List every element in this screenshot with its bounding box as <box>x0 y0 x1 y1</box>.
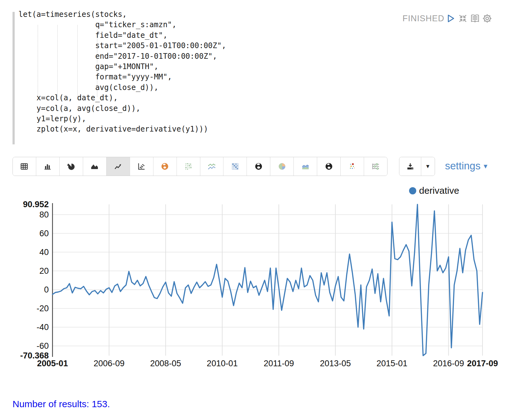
bubble-chart-icon <box>348 162 357 171</box>
download-button[interactable] <box>399 157 421 176</box>
y-tick-label: 0 <box>44 285 49 294</box>
scatter-chart-icon <box>137 162 146 171</box>
settings-label: settings <box>445 160 481 172</box>
gear-icon <box>482 13 492 24</box>
caret-down-icon: ▼ <box>482 163 489 170</box>
y-tick-label: 20 <box>39 266 49 276</box>
x-tick-label: 2006-09 <box>94 359 125 368</box>
derivative-line <box>52 204 482 356</box>
paragraph-controls: FINISHED <box>0 0 510 28</box>
collapse-icon <box>458 13 468 24</box>
chart-type-pie-chart-button[interactable] <box>60 157 83 176</box>
chart-type-pie-chart-color-button[interactable] <box>270 157 294 176</box>
chart-type-globe-black-button[interactable] <box>247 157 270 176</box>
area-chart-icon <box>90 162 99 171</box>
chart-type-network-button[interactable] <box>177 157 200 176</box>
y-tick-label: 80 <box>39 210 49 219</box>
code-editor[interactable]: let(a=timeseries(stocks, q="ticker_s:amz… <box>0 0 510 149</box>
y-tick-label: 90.952 <box>23 200 49 209</box>
heatmap-icon <box>231 162 239 171</box>
visualization-toolbar: ▼ settings▼ <box>0 157 510 176</box>
multi-line-chart-icon <box>208 162 216 171</box>
x-tick-label: 2015-01 <box>377 359 408 368</box>
y-tick-label: -60 <box>37 341 49 351</box>
line-chart-icon <box>114 162 122 171</box>
settings-link[interactable]: settings▼ <box>445 157 489 176</box>
chart-type-area-chart-color-button[interactable] <box>294 157 317 176</box>
chart-type-globe-black-2-button[interactable] <box>317 157 341 176</box>
x-tick-label: 2016-09 <box>433 359 464 368</box>
x-tick-label: 2017-09 <box>467 359 498 368</box>
collapse-button[interactable] <box>458 13 468 24</box>
chart-type-line-chart-button[interactable] <box>107 157 130 176</box>
pie-chart-icon <box>67 162 75 171</box>
bar-chart-icon <box>43 162 52 171</box>
chart: derivative 90.952806040200-20-40-60-70.3… <box>0 183 510 386</box>
caret-down-icon: ▼ <box>425 163 431 170</box>
chart-type-multi-line-chart-button[interactable] <box>200 157 224 176</box>
area-chart-color-icon <box>301 162 310 171</box>
chart-type-toolbar <box>12 157 388 176</box>
chart-type-bubble-chart-button[interactable] <box>341 157 364 176</box>
table-icon <box>20 162 28 171</box>
download-split-button: ▼ <box>399 157 435 176</box>
network-icon <box>184 162 192 171</box>
paragraph-status: FINISHED <box>402 14 444 23</box>
paragraph-gutter <box>12 12 15 144</box>
x-tick-label: 2011-09 <box>264 359 294 368</box>
download-caret-button[interactable]: ▼ <box>421 157 434 176</box>
play-icon <box>445 13 456 24</box>
chart-type-scatter-chart-button[interactable] <box>130 157 153 176</box>
pie-chart-color-icon <box>278 162 286 171</box>
book-icon <box>470 13 480 24</box>
chart-type-bar-chart-button[interactable] <box>36 157 60 176</box>
line-chart-svg[interactable]: 90.952806040200-20-40-60-70.3682005-0120… <box>0 183 510 386</box>
y-tick-label: -20 <box>37 304 49 313</box>
run-button[interactable] <box>445 13 456 24</box>
chart-type-table-button[interactable] <box>13 157 36 176</box>
y-tick-label: 40 <box>39 248 49 257</box>
globe-black-2-icon <box>325 162 333 171</box>
code-text[interactable]: let(a=timeseries(stocks, q="ticker_s:amz… <box>18 9 226 135</box>
zeppelin-paragraph: let(a=timeseries(stocks, q="ticker_s:amz… <box>0 0 510 420</box>
y-tick-label: -40 <box>37 322 49 332</box>
chart-type-heatmap-button[interactable] <box>223 157 247 176</box>
x-tick-label: 2013-05 <box>320 359 351 368</box>
parallel-coordinates-icon <box>372 162 380 171</box>
x-tick-label: 2010-01 <box>207 359 238 368</box>
x-tick-label: 2008-05 <box>150 359 181 368</box>
paragraph-settings-button[interactable] <box>482 13 492 24</box>
chart-type-map-orange-button[interactable] <box>153 157 177 176</box>
show-editor-button[interactable] <box>470 13 480 24</box>
chart-type-parallel-coordinates-button[interactable] <box>364 157 387 176</box>
chart-type-area-chart-button[interactable] <box>83 157 107 176</box>
map-orange-icon <box>161 162 169 171</box>
y-tick-label: 60 <box>39 229 49 238</box>
globe-black-icon <box>254 162 263 171</box>
download-icon <box>406 162 415 171</box>
x-tick-label: 2005-01 <box>37 359 68 368</box>
results-count: Number of results: 153. <box>12 399 110 409</box>
